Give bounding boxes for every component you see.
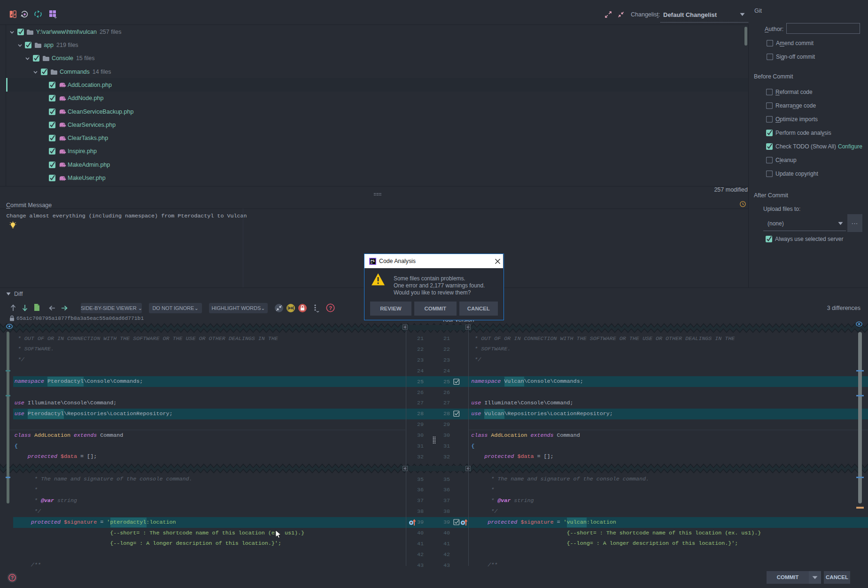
svg-text:PS: PS [371,259,375,263]
svg-text:?: ? [329,305,332,311]
svg-text:?: ? [11,575,14,580]
